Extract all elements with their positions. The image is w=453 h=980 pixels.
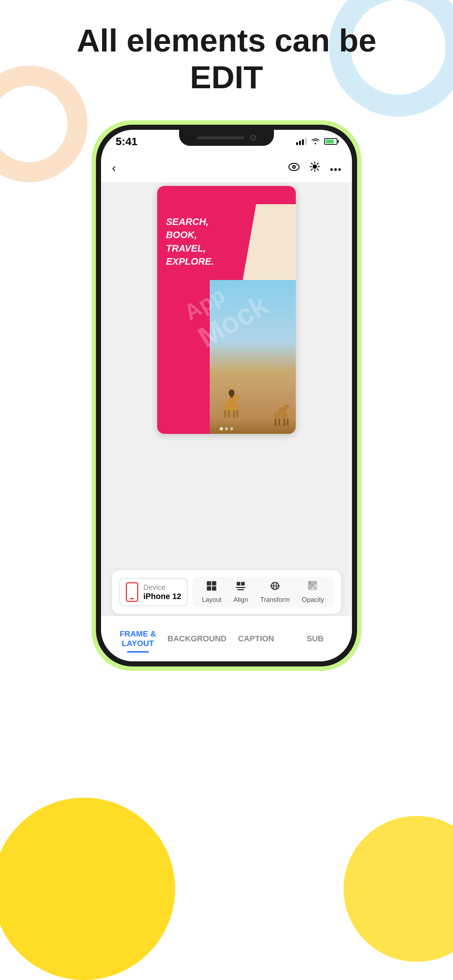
desert-photo [210,280,296,434]
svg-rect-42 [236,587,246,588]
svg-line-11 [311,169,313,170]
opacity-label: Opacity [302,596,324,604]
more-icon[interactable] [330,162,341,173]
svg-point-12 [330,169,333,171]
opacity-icon [308,581,318,594]
travel-line-4: EXPLORE. [166,255,214,268]
phone-screen: 5:41 [101,130,352,661]
layout-icon [206,581,217,594]
phone-body: 5:41 [96,125,357,667]
device-selector[interactable]: Device iPhone 12 [119,578,188,606]
notch-bar [197,136,244,139]
travel-line-1: SEARCH, [166,215,214,228]
bottom-toolbar: Device iPhone 12 [112,570,341,614]
toolbar-tools: Layout [192,577,334,608]
signal-bar-2 [299,141,301,145]
design-background: SEARCH, BOOK, TRAVEL, EXPLORE. App Mock [157,186,296,434]
device-name: iPhone 12 [144,592,181,601]
bg-decoration-yellow-blob-left [0,798,175,980]
svg-point-22 [234,395,240,400]
bottom-tabs: FRAME & LAYOUT BACKGROUND CAPTION SUB [101,616,352,661]
svg-point-14 [338,169,341,171]
tool-transform[interactable]: Transform [260,581,290,604]
status-icons [296,137,337,146]
travel-line-3: TRAVEL, [166,242,214,255]
page-dots [220,427,233,430]
svg-rect-38 [207,586,211,590]
travel-line-2: BOOK, [166,228,214,241]
svg-marker-16 [252,186,296,204]
sun-icon[interactable] [309,162,320,174]
content-area: SEARCH, BOOK, TRAVEL, EXPLORE. App Mock [101,182,352,661]
dot-2 [225,427,228,430]
notch-camera [250,135,256,141]
align-icon [235,581,246,594]
tool-opacity[interactable]: Opacity [302,581,324,604]
design-preview-card: SEARCH, BOOK, TRAVEL, EXPLORE. App Mock [157,186,296,434]
svg-point-2 [293,166,295,168]
svg-line-9 [317,169,318,170]
svg-rect-37 [212,581,216,585]
tab-frame-layout[interactable]: FRAME & LAYOUT [108,625,167,652]
tool-align[interactable]: Align [233,581,248,604]
phone-mockup: 5:41 [91,120,362,671]
svg-line-10 [317,163,318,164]
svg-point-13 [335,169,337,171]
transform-label: Transform [260,596,290,604]
svg-rect-43 [238,589,244,590]
tool-layout[interactable]: Layout [202,581,222,604]
wifi-icon [311,137,320,146]
bg-decoration-yellow-blob-right [344,816,453,962]
svg-rect-26 [236,410,238,417]
device-info: Device iPhone 12 [144,583,181,601]
svg-rect-36 [207,581,211,585]
tab-background[interactable]: BACKGROUND [167,630,226,647]
svg-rect-40 [237,582,240,585]
svg-rect-57 [308,581,317,590]
status-time: 5:41 [116,135,137,148]
dot-1 [220,427,223,430]
top-nav: ‹ [101,153,352,182]
svg-point-30 [284,405,290,409]
svg-rect-39 [212,586,216,590]
signal-bar-1 [296,142,298,145]
tab-sub[interactable]: SUB [286,630,345,647]
svg-rect-41 [241,582,245,585]
layout-label: Layout [202,596,222,604]
nav-right-icons [289,162,341,174]
transform-icon [270,581,281,594]
tab-caption[interactable]: CAPTION [226,630,286,647]
svg-rect-23 [224,410,226,418]
device-phone-icon [126,582,138,602]
back-button[interactable]: ‹ [112,161,116,175]
phone-notch [179,130,274,146]
svg-line-8 [311,163,313,164]
battery-icon [324,138,337,145]
device-label: Device [144,583,181,592]
signal-bar-3 [302,139,304,145]
align-label: Align [233,596,248,604]
battery-fill [326,140,334,143]
eye-icon[interactable] [289,162,300,173]
travel-text-overlay: SEARCH, BOOK, TRAVEL, EXPLORE. [166,215,214,268]
svg-rect-25 [233,410,235,418]
svg-point-3 [313,164,317,169]
page-title: All elements can be EDIT [0,22,453,95]
signal-icon [296,138,307,145]
svg-rect-24 [228,410,230,417]
dot-3 [230,427,233,430]
signal-bar-4 [305,138,307,145]
